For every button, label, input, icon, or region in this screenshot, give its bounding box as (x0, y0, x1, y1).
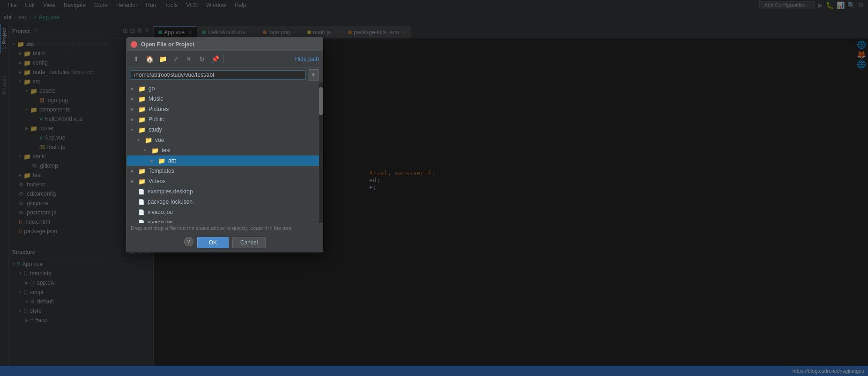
modal-tree-pictures[interactable]: ▶ 📁 Pictures (127, 104, 323, 114)
examples-desktop-label: examples.desktop (148, 188, 193, 195)
public-folder-icon: 📁 (138, 116, 146, 123)
modal-tree-music[interactable]: ▶ 📁 Music (127, 94, 323, 104)
public-arrow: ▶ (131, 117, 137, 122)
test-modal-label: test (162, 147, 171, 154)
public-label: Public (148, 116, 164, 123)
modal-toolbar-sep (223, 55, 224, 63)
study-label: study (148, 126, 162, 133)
modal-home-icon[interactable]: 🏠 (144, 54, 155, 64)
modal-help-button[interactable]: ? (184, 237, 193, 246)
modal-file-tree: ▶ 📁 go ▶ 📁 Music ▶ 📁 Pictures ▶ 📁 Public (127, 82, 323, 223)
music-arrow: ▶ (131, 96, 137, 101)
abt-arrow: ▶ (150, 158, 157, 163)
test-modal-folder-icon: 📁 (151, 147, 159, 154)
modal-tree-vue[interactable]: ▾ 📁 vue (127, 135, 323, 145)
modal-path-input[interactable] (131, 70, 306, 80)
videos-arrow: ▶ (131, 179, 137, 184)
modal-nav-up-icon[interactable]: ⬆ (131, 54, 142, 64)
videos-label: Videos (148, 178, 165, 184)
vivado-jou-icon: 📄 (138, 209, 145, 215)
modal-tree-public[interactable]: ▶ 📁 Public (127, 114, 323, 125)
modal-tree-examples-desktop[interactable]: ▶ 📄 examples.desktop (127, 186, 323, 197)
modal-cancel-button[interactable]: Cancel (232, 237, 266, 248)
modal-tree-study[interactable]: ▾ 📁 study (127, 125, 323, 135)
go-label: go (148, 85, 155, 92)
modal-tree-test[interactable]: ▾ 📁 test (127, 145, 323, 155)
modal-tree-go[interactable]: ▶ 📁 go (127, 83, 323, 94)
modal-scrollbar[interactable] (319, 82, 323, 223)
modal-close-button[interactable] (131, 41, 137, 48)
templates-arrow: ▶ (131, 169, 137, 173)
vue-arrow: ▾ (137, 138, 144, 142)
modal-pin-icon[interactable]: 📌 (209, 54, 221, 64)
modal-tree-abt[interactable]: ▶ 📁 abt (127, 155, 323, 166)
modal-path-bar: ▼ (127, 67, 323, 82)
modal-titlebar: Open File or Project (127, 38, 323, 51)
abt-folder-icon: 📁 (158, 157, 165, 164)
music-folder-icon: 📁 (138, 96, 146, 103)
modal-scrollthumb[interactable] (319, 87, 323, 115)
study-arrow: ▾ (131, 127, 137, 132)
modal-buttons: ? OK Cancel (127, 233, 323, 252)
modal-tree-vivado-jou[interactable]: ▶ 📄 vivado.jou (127, 207, 323, 217)
modal-title: Open File or Project (141, 41, 194, 48)
modal-tree-templates[interactable]: ▶ 📁 Templates (127, 166, 323, 176)
pkg-lock-icon: 📄 (138, 199, 145, 205)
vivado-jou-label: vivado.jou (148, 209, 173, 215)
drag-hint-text: Drag and drop a file into the space abov… (131, 225, 291, 231)
modal-toolbar: ⬆ 🏠 📁 ⤢ ✕ ↻ 📌 Hide path (127, 51, 323, 67)
pkg-lock-label: package-lock.json (148, 199, 193, 205)
modal-refresh-icon[interactable]: ↻ (196, 54, 208, 64)
vue-folder-icon: 📁 (145, 137, 152, 144)
templates-label: Templates (148, 168, 174, 174)
vivado-log-label: vivado.log (148, 219, 173, 223)
abt-label: abt (168, 157, 176, 164)
pictures-label: Pictures (148, 106, 169, 112)
vue-label: vue (155, 137, 164, 143)
vivado-log-icon: 📄 (138, 220, 145, 223)
modal-path-expand-button[interactable]: ▼ (308, 69, 319, 81)
go-folder-icon: 📁 (138, 85, 146, 92)
hide-path-button[interactable]: Hide path (295, 56, 319, 62)
pictures-folder-icon: 📁 (138, 106, 146, 113)
modal-delete-icon[interactable]: ✕ (183, 54, 194, 64)
open-file-modal: Open File or Project ⬆ 🏠 📁 ⤢ ✕ ↻ 📌 Hide … (126, 37, 323, 252)
study-folder-icon: 📁 (138, 126, 146, 133)
templates-folder-icon: 📁 (138, 168, 146, 175)
modal-tree-videos[interactable]: ▶ 📁 Videos (127, 176, 323, 186)
modal-expand-icon[interactable]: ⤢ (170, 54, 181, 64)
modal-ok-button[interactable]: OK (197, 237, 229, 248)
modal-tree-package-lock[interactable]: ▶ 📄 package-lock.json (127, 197, 323, 207)
pictures-arrow: ▶ (131, 107, 137, 111)
examples-desktop-icon: 📄 (138, 189, 145, 195)
go-arrow: ▶ (131, 86, 137, 91)
modal-folder-icon[interactable]: 📁 (157, 54, 168, 64)
videos-folder-icon: 📁 (138, 178, 146, 185)
modal-drag-hint: Drag and drop a file into the space abov… (127, 223, 323, 233)
modal-overlay: Open File or Project ⬆ 🏠 📁 ⤢ ✕ ↻ 📌 Hide … (0, 0, 868, 376)
modal-tree-vivado-log[interactable]: ▶ 📄 vivado.log (127, 217, 323, 223)
test-modal-arrow: ▾ (144, 148, 150, 153)
music-label: Music (148, 96, 163, 102)
